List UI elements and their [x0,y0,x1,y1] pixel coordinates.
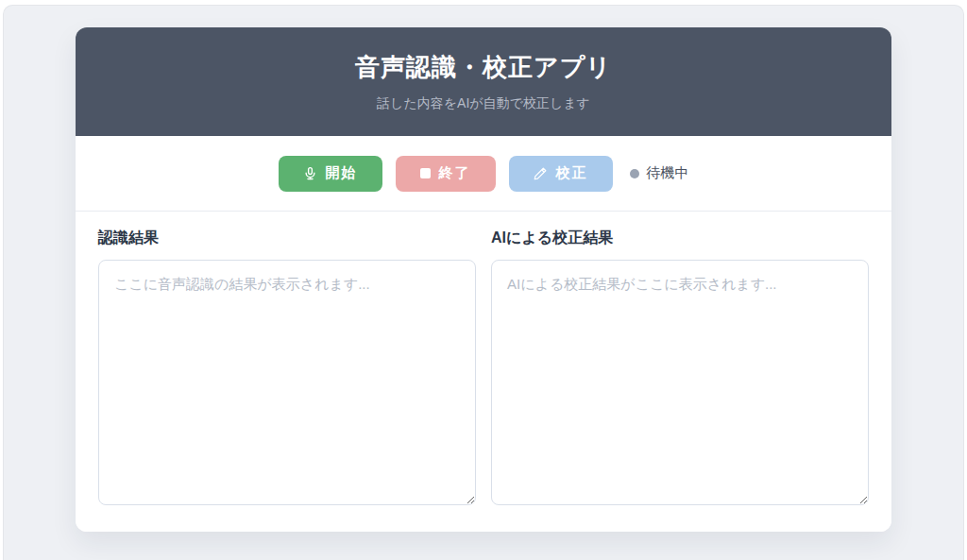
correction-panel: AIによる校正結果 [491,229,869,509]
stop-icon [420,168,431,178]
page-background: 音声認識・校正アプリ 話した内容をAIが自動で校正します 開始 終了 [3,5,964,560]
page-subtitle: 話した内容をAIが自動で校正します [377,95,590,112]
proofread-button-label: 校正 [556,164,588,182]
proofread-button[interactable]: 校正 [509,156,613,192]
stop-button-label: 終了 [439,164,471,182]
mic-icon [303,166,317,180]
pencil-icon [534,166,548,180]
app-card: 音声認識・校正アプリ 話した内容をAIが自動で校正します 開始 終了 [76,27,891,532]
start-button-label: 開始 [326,164,358,182]
start-button[interactable]: 開始 [279,156,382,192]
correction-heading: AIによる校正結果 [491,229,869,248]
toolbar: 開始 終了 校正 待機中 [76,136,891,212]
results-area: 認識結果 AIによる校正結果 [76,212,891,532]
stop-button[interactable]: 終了 [396,156,496,192]
status-indicator: 待機中 [630,164,689,182]
page-title: 音声認識・校正アプリ [355,51,612,84]
app-header: 音声認識・校正アプリ 話した内容をAIが自動で校正します [76,27,891,136]
correction-textarea[interactable] [491,260,869,505]
recognition-panel: 認識結果 [98,229,476,509]
status-dot-icon [630,169,639,178]
recognition-textarea[interactable] [98,260,476,505]
recognition-heading: 認識結果 [98,229,476,248]
status-label: 待機中 [647,164,689,182]
